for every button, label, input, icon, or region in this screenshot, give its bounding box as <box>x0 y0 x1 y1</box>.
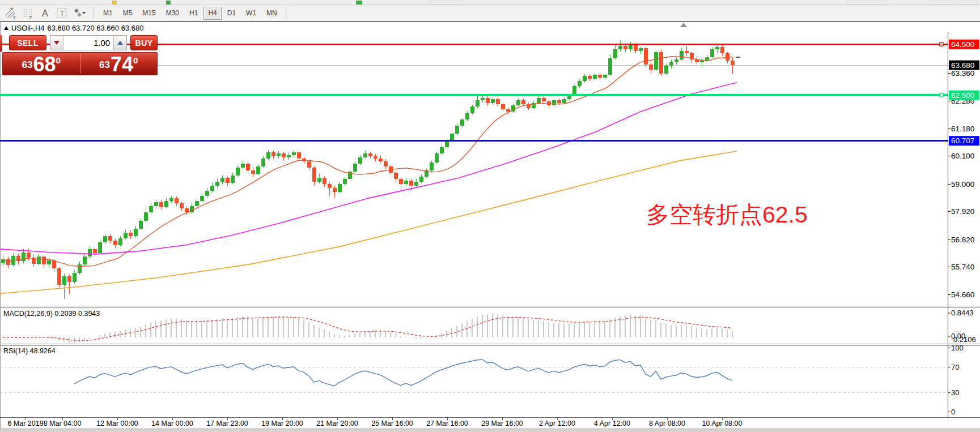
sell-price-pips: 68 <box>33 56 56 73</box>
candle-body <box>32 258 36 264</box>
macd-indicator-label: MACD(12,26,9) 0.2039 0.3943 <box>3 310 100 318</box>
candle-body <box>185 208 189 212</box>
candle-body <box>62 276 66 285</box>
candle-body <box>496 99 500 104</box>
candle-body <box>113 241 117 245</box>
candle-body <box>731 61 735 65</box>
candle-body <box>149 206 153 212</box>
time-axis-label: 27 Mar 16:00 <box>426 420 468 427</box>
buy-price[interactable]: 63 74 0 <box>80 53 158 75</box>
time-axis-label: 17 Mar 23:00 <box>206 420 248 427</box>
candle-body <box>210 186 214 191</box>
candle-body <box>73 273 77 283</box>
candle-body <box>67 276 71 282</box>
candle-body <box>261 159 265 166</box>
candle-body <box>200 196 204 201</box>
price-badge-label: 63.680 <box>951 61 974 70</box>
candle-body <box>552 100 556 105</box>
sell-price[interactable]: 63 68 0 <box>3 53 80 75</box>
buy-button[interactable]: BUY <box>130 35 158 50</box>
candle-body <box>282 153 286 157</box>
ma-medium-line <box>0 83 737 254</box>
price-badge-label: 64.500 <box>951 40 974 49</box>
candle-body <box>374 156 377 159</box>
chart-text-annotation[interactable]: 多空转折点62.5 <box>646 199 808 230</box>
down-arrow-icon <box>54 41 60 45</box>
candle-body <box>307 161 311 168</box>
price-badge-label: 62.500 <box>951 91 974 100</box>
macd-axis-label: 0.2106 <box>953 335 976 344</box>
candle-body <box>404 181 408 185</box>
candle-body <box>440 147 444 153</box>
time-axis-label: 6 Mar 2019 <box>7 420 43 427</box>
candle-body <box>333 188 337 192</box>
candle-body <box>78 264 82 273</box>
candle-body <box>700 61 704 62</box>
candle-body <box>134 229 138 236</box>
candle-body <box>460 119 464 126</box>
candle-body <box>317 178 321 182</box>
candle-body <box>220 178 224 182</box>
candle-body <box>608 58 612 75</box>
candle-body <box>164 201 168 207</box>
rsi-indicator-label: RSI(14) 48.9264 <box>3 347 56 355</box>
candle-body <box>195 201 199 206</box>
rsi-axis-label: 0 <box>951 408 955 416</box>
time-axis-label: 12 Mar 00:00 <box>96 420 138 427</box>
price-axis-label: 54.660 <box>951 290 974 299</box>
chart-ohlc-quotes: 63.680 63.720 63.660 63.680 <box>48 24 144 32</box>
candle-body <box>271 152 275 156</box>
time-axis-label: 10 Apr 08:00 <box>702 420 743 427</box>
candle-body <box>476 100 480 106</box>
one-click-trading-panel: SELL BUY 63 68 0 63 74 0 <box>2 35 158 75</box>
macd-signal-line <box>3 317 732 341</box>
candle-body <box>664 66 668 73</box>
candle-body <box>470 106 474 113</box>
candle-body <box>353 164 357 171</box>
candle-body <box>623 46 627 50</box>
price-axis-label: 57.920 <box>951 207 974 216</box>
sell-price-figure: 63 <box>22 59 33 71</box>
candle-body <box>435 153 439 162</box>
rsi-axis-label: 30 <box>951 388 959 397</box>
candle-body <box>557 100 561 102</box>
time-axis-label: 25 Mar 16:00 <box>371 420 413 427</box>
candle-body <box>445 141 449 147</box>
ma-fast-line <box>3 57 732 267</box>
time-axis-label: 14 Mar 00:00 <box>151 420 193 427</box>
candle-body <box>42 256 46 264</box>
price-axis-label: 61.180 <box>951 125 974 133</box>
rsi-axis-label: 70 <box>951 363 959 371</box>
candle-body <box>486 98 490 103</box>
chart-expand-triangle-icon[interactable] <box>4 26 9 30</box>
candle-body <box>384 161 388 166</box>
candle-body <box>613 49 617 58</box>
candle-body <box>37 256 41 263</box>
candle-body <box>680 51 684 60</box>
ma-slow-line <box>0 151 737 294</box>
candle-body <box>419 177 423 182</box>
volume-input[interactable] <box>63 36 113 50</box>
candle-body <box>312 168 316 182</box>
rsi-axis-label: 100 <box>951 344 964 352</box>
candle-body <box>674 59 678 62</box>
macd-axis-label: 0.8443 <box>951 309 974 317</box>
candle-body <box>649 65 653 70</box>
candle-body <box>180 203 184 208</box>
volume-decrease-button[interactable] <box>50 36 63 50</box>
candle-body <box>175 198 179 203</box>
candle-body <box>205 191 209 196</box>
volume-increase-button[interactable] <box>113 36 126 50</box>
candle-body <box>578 81 582 86</box>
candle-body <box>277 153 281 156</box>
candle-body <box>57 268 61 284</box>
candle-body <box>103 236 107 242</box>
candle-body <box>685 51 689 53</box>
candle-body <box>542 98 546 102</box>
sell-button[interactable]: SELL <box>9 35 46 50</box>
volume-stepper <box>50 35 127 50</box>
candle-body <box>562 99 566 103</box>
candle-body <box>246 164 250 170</box>
candle-body <box>52 260 56 268</box>
chart-symbol-label: USOil-,H4 <box>11 24 45 32</box>
